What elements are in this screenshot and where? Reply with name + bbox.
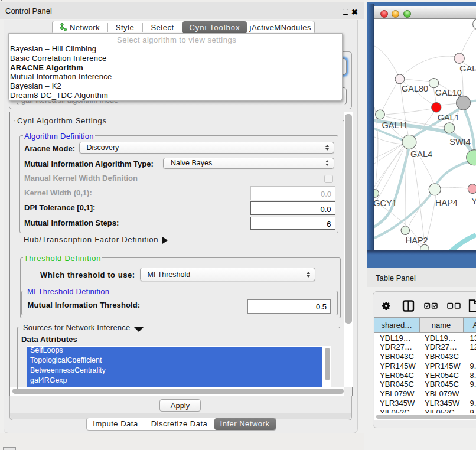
svg-text:YJ: YJ bbox=[472, 197, 476, 206]
svg-text:SWI4: SWI4 bbox=[449, 137, 470, 146]
svg-text:GCY1: GCY1 bbox=[374, 198, 397, 208]
svg-text:GAL11: GAL11 bbox=[382, 120, 407, 130]
svg-text:GAL4: GAL4 bbox=[410, 149, 432, 159]
svg-text:HAP4: HAP4 bbox=[435, 197, 458, 207]
svg-text:GAL2: GAL2 bbox=[459, 64, 476, 73]
svg-text:HAP2: HAP2 bbox=[406, 235, 428, 244]
svg-text:GAL10: GAL10 bbox=[435, 88, 462, 97]
svg-text:GAL1: GAL1 bbox=[438, 113, 459, 122]
svg-text:GAL80: GAL80 bbox=[402, 84, 428, 93]
